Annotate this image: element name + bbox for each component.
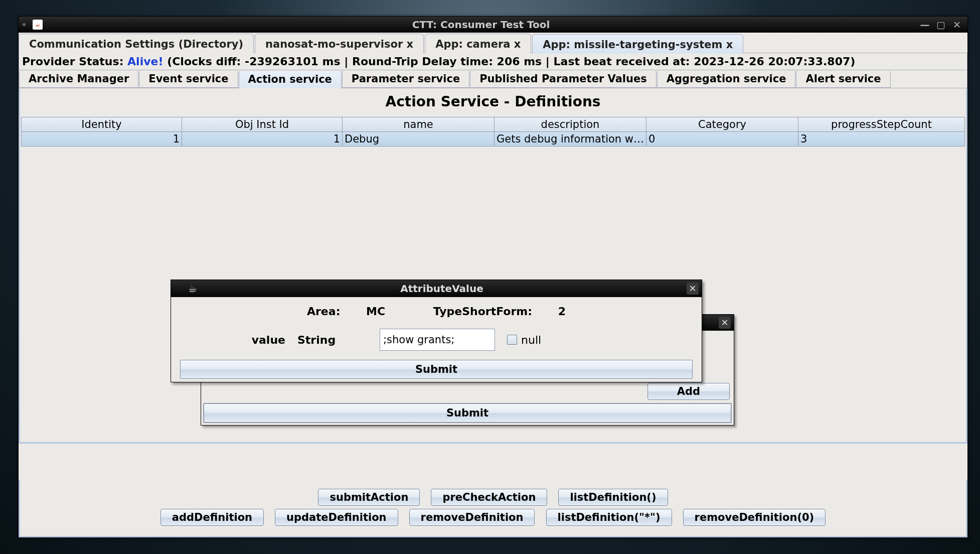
minimize-icon[interactable]: —: [919, 19, 930, 30]
window-title: CTT: Consumer Test Tool: [43, 19, 919, 31]
tab-nanosat-supervisor[interactable]: nanosat-mo-supervisor x: [255, 34, 424, 53]
menu-dot-icon: [23, 23, 26, 26]
table-row[interactable]: 1 1 Debug Gets debug information wi... 0…: [22, 132, 964, 146]
tab-parameter-service[interactable]: Parameter service: [342, 71, 469, 88]
value-input[interactable]: [380, 329, 495, 351]
main-window: ☕ CTT: Consumer Test Tool — ▢ ✕ Communic…: [18, 16, 968, 538]
service-tabs: Archive Manager Event service Action ser…: [19, 70, 967, 88]
col-progress[interactable]: progressStepCount: [798, 117, 964, 131]
cell-name: Debug: [343, 132, 495, 146]
attribute-dialog-titlebar[interactable]: ☕ AttributeValue ✕: [171, 280, 702, 297]
col-objinst[interactable]: Obj Inst Id: [182, 117, 343, 131]
null-checkbox[interactable]: null: [507, 334, 541, 346]
bottom-actions: submitAction preCheckAction listDefiniti…: [19, 480, 967, 537]
area-label: Area:: [307, 305, 344, 318]
area-value: MC: [366, 305, 385, 318]
tsf-value: 2: [558, 305, 566, 318]
col-category[interactable]: Category: [646, 117, 798, 131]
type-label: String: [297, 334, 368, 346]
tab-event-service[interactable]: Event service: [139, 71, 238, 88]
list-definition-star-button[interactable]: listDefinition("*"): [546, 509, 672, 526]
col-identity[interactable]: Identity: [22, 117, 182, 131]
value-label: value: [240, 334, 285, 346]
attribute-dialog-title: AttributeValue: [197, 283, 687, 295]
tab-app-camera[interactable]: App: camera x: [425, 34, 531, 53]
status-alive: Alive!: [127, 55, 163, 68]
update-definition-button[interactable]: updateDefinition: [275, 509, 398, 526]
action-service-panel: Action Service - Definitions Identity Ob…: [19, 88, 967, 444]
tab-aggregation-service[interactable]: Aggregation service: [657, 71, 796, 88]
remove-definition-zero-button[interactable]: removeDefinition(0): [683, 509, 826, 526]
top-tabs: Communication Settings (Directory) nanos…: [19, 33, 967, 53]
cell-category: 0: [646, 132, 798, 146]
tab-alert-service[interactable]: Alert service: [796, 71, 890, 88]
attribute-meta: Area: MC TypeShortForm: 2: [180, 302, 693, 327]
precheck-action-button[interactable]: preCheckAction: [431, 489, 547, 506]
main-titlebar[interactable]: ☕ CTT: Consumer Test Tool — ▢ ✕: [19, 17, 967, 33]
panel-heading: Action Service - Definitions: [20, 88, 966, 117]
close-icon[interactable]: ✕: [687, 283, 699, 295]
status-details: (Clocks diff: -239263101 ms | Round-Trip…: [164, 55, 856, 68]
tsf-label: TypeShortForm:: [433, 305, 536, 318]
status-prefix: Provider Status:: [22, 55, 127, 68]
java-icon: ☕: [33, 20, 43, 30]
submit-action-button[interactable]: submitAction: [318, 489, 420, 506]
cell-description: Gets debug information wi...: [495, 132, 646, 146]
remove-definition-button[interactable]: removeDefinition: [409, 509, 535, 526]
maximize-icon[interactable]: ▢: [935, 19, 946, 30]
checkbox-icon: [507, 335, 517, 345]
definitions-table: Identity Obj Inst Id name description Ca…: [21, 117, 965, 147]
list-definition-empty-button[interactable]: listDefinition(): [558, 489, 668, 506]
java-icon: ☕: [188, 283, 197, 295]
cell-identity: 1: [22, 132, 182, 146]
col-name[interactable]: name: [343, 117, 495, 131]
attribute-value-dialog: ☕ AttributeValue ✕ Area: MC TypeShortFor…: [171, 280, 702, 382]
col-description[interactable]: description: [495, 117, 646, 131]
null-label: null: [521, 334, 541, 346]
cell-objinst: 1: [182, 132, 343, 146]
close-icon[interactable]: ✕: [719, 317, 731, 329]
tab-app-missile[interactable]: App: missile-targeting-system x: [532, 34, 743, 54]
tab-published-values[interactable]: Published Parameter Values: [470, 71, 657, 88]
add-definition-button[interactable]: addDefinition: [160, 509, 264, 526]
tab-action-service[interactable]: Action service: [239, 71, 342, 88]
close-icon[interactable]: ✕: [951, 19, 962, 30]
tab-comm-settings[interactable]: Communication Settings (Directory): [19, 34, 254, 53]
tab-archive-manager[interactable]: Archive Manager: [19, 71, 138, 88]
provider-status: Provider Status: Alive! (Clocks diff: -2…: [19, 53, 967, 70]
cell-progress: 3: [798, 132, 964, 146]
attribute-submit-button[interactable]: Submit: [180, 360, 693, 379]
add-button[interactable]: Add: [647, 383, 730, 400]
back-submit-button[interactable]: Submit: [204, 403, 731, 423]
